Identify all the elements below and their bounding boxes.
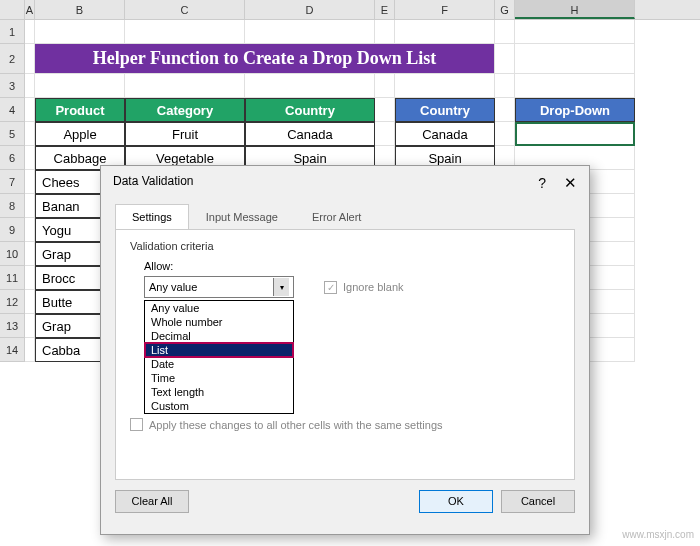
select-all-corner[interactable]: [0, 0, 25, 19]
row-header[interactable]: 4: [0, 98, 25, 122]
tab-settings[interactable]: Settings: [115, 204, 189, 229]
tab-error-alert[interactable]: Error Alert: [295, 204, 379, 229]
data-cell[interactable]: Canada: [395, 122, 495, 146]
option-any-value[interactable]: Any value: [145, 301, 293, 315]
ignore-blank-label: Ignore blank: [343, 281, 404, 293]
option-decimal[interactable]: Decimal: [145, 329, 293, 343]
grid-row: 4 Product Category Country Country Drop-…: [0, 98, 700, 122]
apply-changes-checkbox[interactable]: [130, 418, 143, 431]
option-list[interactable]: List: [145, 343, 293, 357]
ok-button[interactable]: OK: [419, 490, 493, 513]
col-header-h[interactable]: H: [515, 0, 635, 19]
title-cell[interactable]: Helper Function to Create a Drop Down Li…: [35, 44, 495, 74]
selected-cell[interactable]: [515, 122, 635, 146]
ignore-blank-checkbox[interactable]: ✓: [324, 281, 337, 294]
data-cell[interactable]: Apple: [35, 122, 125, 146]
grid-row: 2 Helper Function to Create a Drop Down …: [0, 44, 700, 74]
watermark: www.msxjn.com: [622, 529, 694, 540]
validation-criteria-label: Validation criteria: [130, 240, 560, 252]
col-header-f[interactable]: F: [395, 0, 495, 19]
grid-row: 1: [0, 20, 700, 44]
option-text-length[interactable]: Text length: [145, 385, 293, 399]
header-category[interactable]: Category: [125, 98, 245, 122]
option-time[interactable]: Time: [145, 371, 293, 385]
dialog-footer: Clear All OK Cancel: [101, 480, 589, 513]
header-product[interactable]: Product: [35, 98, 125, 122]
option-whole-number[interactable]: Whole number: [145, 315, 293, 329]
close-button[interactable]: ✕: [560, 174, 581, 192]
row-header[interactable]: 1: [0, 20, 25, 44]
col-header-d[interactable]: D: [245, 0, 375, 19]
help-button[interactable]: ?: [538, 175, 546, 191]
allow-label: Allow:: [144, 260, 560, 272]
col-header-c[interactable]: C: [125, 0, 245, 19]
allow-combobox[interactable]: Any value ▾: [144, 276, 294, 298]
col-header-a[interactable]: A: [25, 0, 35, 19]
row-header[interactable]: 2: [0, 44, 25, 74]
allow-value: Any value: [149, 281, 197, 293]
option-custom[interactable]: Custom: [145, 399, 293, 413]
row-header[interactable]: 6: [0, 146, 25, 170]
allow-dropdown-list: Any value Whole number Decimal List Date…: [144, 300, 294, 414]
row-header[interactable]: 5: [0, 122, 25, 146]
col-header-b[interactable]: B: [35, 0, 125, 19]
col-header-g[interactable]: G: [495, 0, 515, 19]
data-validation-dialog: Data Validation ? ✕ Settings Input Messa…: [100, 165, 590, 535]
option-date[interactable]: Date: [145, 357, 293, 371]
apply-changes-label: Apply these changes to all other cells w…: [149, 419, 443, 431]
header-country[interactable]: Country: [245, 98, 375, 122]
tab-content-settings: Validation criteria Allow: Any value ▾ ✓…: [115, 230, 575, 480]
tab-input-message[interactable]: Input Message: [189, 204, 295, 229]
chevron-down-icon[interactable]: ▾: [273, 278, 289, 296]
clear-all-button[interactable]: Clear All: [115, 490, 189, 513]
grid-row: 5 Apple Fruit Canada Canada: [0, 122, 700, 146]
col-header-e[interactable]: E: [375, 0, 395, 19]
header-dropdown[interactable]: Drop-Down: [515, 98, 635, 122]
header-country2[interactable]: Country: [395, 98, 495, 122]
column-headers: A B C D E F G H: [0, 0, 700, 20]
data-cell[interactable]: Fruit: [125, 122, 245, 146]
cancel-button[interactable]: Cancel: [501, 490, 575, 513]
dialog-tabs: Settings Input Message Error Alert: [115, 204, 575, 230]
dialog-titlebar[interactable]: Data Validation ? ✕: [101, 166, 589, 196]
data-cell[interactable]: Canada: [245, 122, 375, 146]
dialog-title: Data Validation: [113, 174, 194, 192]
grid-row: 3: [0, 74, 700, 98]
row-header[interactable]: 3: [0, 74, 25, 98]
